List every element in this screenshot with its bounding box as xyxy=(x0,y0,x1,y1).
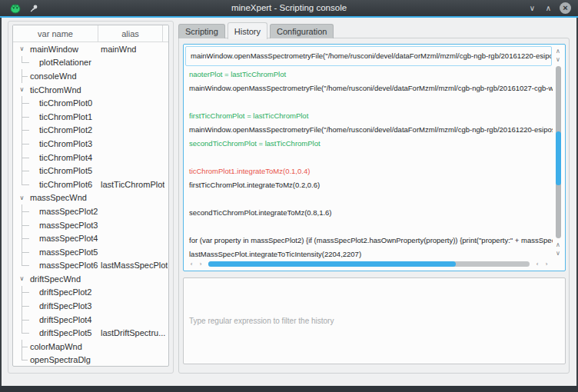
variables-tree[interactable]: var name alias ∨mainWindowmainWndplotRel… xyxy=(12,25,169,367)
tab-configuration[interactable]: Configuration xyxy=(270,24,334,38)
tree-item-consoleWnd[interactable]: consoleWnd xyxy=(13,69,168,83)
expand-chevron-icon[interactable]: ∨ xyxy=(16,275,28,282)
app-icon xyxy=(10,3,21,14)
column-header-var-name[interactable]: var name xyxy=(13,25,98,42)
tree-item-massSpecPlot2[interactable]: massSpecPlot2 xyxy=(13,204,168,218)
expand-chevron-icon[interactable]: ∨ xyxy=(16,86,28,93)
tree-item-label: plotRelationer xyxy=(39,58,91,67)
history-item[interactable]: naoterPlot = lastTicChromPlot xyxy=(184,68,553,81)
history-item[interactable]: mainWindow.openMassSpectrometryFile("/ho… xyxy=(184,81,553,95)
expand-chevron-icon[interactable]: ∨ xyxy=(16,194,28,201)
tree-item-label: massSpecPlot6 xyxy=(39,261,98,270)
minimize-button[interactable]: ∨ xyxy=(527,4,537,12)
tree-item-label: massSpecPlot5 xyxy=(39,247,98,257)
tree-branch-line xyxy=(22,124,37,138)
history-filter-input[interactable]: Type regular expression to filter the hi… xyxy=(183,277,566,364)
scroll-right-icon[interactable]: › xyxy=(196,260,205,268)
tree-item-ticChromWnd[interactable]: ∨ticChromWnd xyxy=(13,83,168,97)
pin-icon[interactable] xyxy=(29,4,38,13)
history-item[interactable]: firstTicChromPlot.integrateToMz(0.2,0.6) xyxy=(184,178,553,192)
tree-item-label: colorMapWnd xyxy=(30,342,82,351)
tree-item-massSpecPlot5[interactable]: massSpecPlot5 xyxy=(13,245,168,259)
tree-item-plotRelationer[interactable]: plotRelationer xyxy=(13,56,168,70)
tree-branch-line xyxy=(16,69,28,83)
tree-item-label: massSpecPlot4 xyxy=(39,234,98,243)
tree-item-massSpecPlot4[interactable]: massSpecPlot4 xyxy=(13,231,168,245)
tree-item-label: ticChromPlot3 xyxy=(39,139,92,148)
scroll-right-icon[interactable]: › xyxy=(542,260,551,268)
history-tab-pane: mainWindow.openMassSpectrometryFile("/ho… xyxy=(178,38,570,374)
history-item[interactable]: secondTicChromPlot.integrateToMz(0.8,1.6… xyxy=(184,206,553,220)
tree-item-label: driftSpecPlot5 xyxy=(39,328,91,337)
tree-item-ticChromPlot5[interactable]: ticChromPlot5 xyxy=(13,164,168,178)
tree-item-mainWindow[interactable]: ∨mainWindowmainWnd xyxy=(13,42,168,56)
tree-branch-line xyxy=(22,299,37,313)
tree-item-driftSpecPlot2[interactable]: driftSpecPlot2 xyxy=(13,286,168,300)
tree-item-ticChromPlot2[interactable]: ticChromPlot2 xyxy=(13,124,168,138)
history-item[interactable]: firstTicChromPlot = lastTicChromPlot xyxy=(184,109,553,123)
history-item[interactable]: ticChromPlot1.integrateToMz(0.1,0.4) xyxy=(184,164,553,178)
horizontal-scrollbar[interactable]: ‹ › ‹ › xyxy=(187,259,551,268)
tree-branch-line xyxy=(22,204,37,218)
tree-item-driftSpecPlot4[interactable]: driftSpecPlot4 xyxy=(13,313,168,327)
tab-history[interactable]: History xyxy=(228,22,267,39)
tree-item-driftSpecPlot3[interactable]: driftSpecPlot3 xyxy=(13,299,168,313)
tree-item-massSpecPlot6[interactable]: massSpecPlot6lastMassSpecPlot xyxy=(13,259,168,273)
maximize-button[interactable]: ∧ xyxy=(543,4,553,12)
tree-item-label: massSpecWnd xyxy=(30,193,87,202)
tree-item-label: massSpecPlot2 xyxy=(39,207,98,216)
scroll-left-icon[interactable]: ‹ xyxy=(187,260,196,268)
column-header-alias[interactable]: alias xyxy=(98,25,163,42)
tree-item-driftSpecPlot5[interactable]: driftSpecPlot5lastDriftSpectru... xyxy=(13,326,168,340)
tree-item-massSpecWnd[interactable]: ∨massSpecWnd xyxy=(13,191,168,205)
tree-item-label: driftSpecPlot2 xyxy=(39,287,91,297)
close-button[interactable]: × xyxy=(560,2,571,14)
history-list-content: mainWindow.openMassSpectrometryFile("/ho… xyxy=(184,45,553,259)
history-item-empty[interactable] xyxy=(184,220,553,234)
tree-item-label: openSpectraDlg xyxy=(30,355,91,364)
history-item[interactable]: mainWindow.openMassSpectrometryFile("/ho… xyxy=(184,123,553,137)
history-item-empty[interactable] xyxy=(184,151,553,164)
tree-item-massSpecPlot3[interactable]: massSpecPlot3 xyxy=(13,218,168,232)
tree-item-driftSpecWnd[interactable]: ∨driftSpecWnd xyxy=(13,272,168,286)
tree-item-ticChromPlot3[interactable]: ticChromPlot3 xyxy=(13,137,168,151)
tree-item-openSpectraDlg[interactable]: openSpectraDlg xyxy=(13,354,168,367)
scroll-up-icon[interactable]: ∧ xyxy=(553,241,563,249)
expand-chevron-icon[interactable]: ∨ xyxy=(16,45,28,52)
console-tabbar: ScriptingHistoryConfiguration xyxy=(178,22,336,38)
history-item-empty[interactable] xyxy=(184,95,553,109)
tree-item-label: consoleWnd xyxy=(30,71,77,81)
vertical-scroll-thumb[interactable] xyxy=(556,131,561,184)
tree-branch-line xyxy=(16,354,28,367)
history-item[interactable]: lastMassSpecPlot.integrateToTicIntensity… xyxy=(184,247,553,259)
scroll-down-icon[interactable]: ∨ xyxy=(553,249,563,257)
scroll-up-icon[interactable]: ∧ xyxy=(553,47,563,55)
tree-item-alias: lastMassSpecPlot xyxy=(101,259,168,273)
tree-branch-line xyxy=(22,286,37,300)
tree-item-label: ticChromWnd xyxy=(30,85,81,95)
scroll-left-icon[interactable]: ‹ xyxy=(533,260,542,268)
history-item[interactable]: mainWindow.openMassSpectrometryFile("/ho… xyxy=(185,46,552,66)
history-list[interactable]: mainWindow.openMassSpectrometryFile("/ho… xyxy=(183,44,566,271)
vertical-scrollbar[interactable]: ∧ ∨ ∧ ∨ xyxy=(553,47,563,257)
tree-item-label: driftSpecWnd xyxy=(30,274,81,284)
scroll-down-icon[interactable]: ∨ xyxy=(553,55,563,64)
history-item[interactable]: for (var property in massSpecPlot2) {if … xyxy=(184,234,553,247)
tree-item-label: ticChromPlot1 xyxy=(39,112,92,121)
tree-item-ticChromPlot0[interactable]: ticChromPlot0 xyxy=(13,96,168,110)
tree-branch-line xyxy=(16,340,28,354)
tree-item-ticChromPlot1[interactable]: ticChromPlot1 xyxy=(13,110,168,124)
tab-scripting[interactable]: Scripting xyxy=(178,24,225,38)
tree-item-label: mainWindow xyxy=(30,45,78,54)
history-item[interactable]: secondTicChromPlot = lastTicChromPlot xyxy=(184,137,553,151)
history-item-empty[interactable] xyxy=(184,192,553,206)
tree-item-label: ticChromPlot6 xyxy=(39,180,92,189)
tree-item-ticChromPlot4[interactable]: ticChromPlot4 xyxy=(13,151,168,164)
tree-item-ticChromPlot6[interactable]: ticChromPlot6lastTicChromPlot xyxy=(13,178,168,191)
titlebar[interactable]: mineXpert - Scripting console ∨ ∧ × xyxy=(0,0,578,16)
horizontal-scroll-thumb[interactable] xyxy=(208,261,456,267)
tree-branch-line xyxy=(22,259,37,273)
tree-item-colorMapWnd[interactable]: colorMapWnd xyxy=(13,340,168,354)
horizontal-scroll-track[interactable] xyxy=(208,261,530,267)
vertical-scroll-track[interactable] xyxy=(556,66,561,238)
